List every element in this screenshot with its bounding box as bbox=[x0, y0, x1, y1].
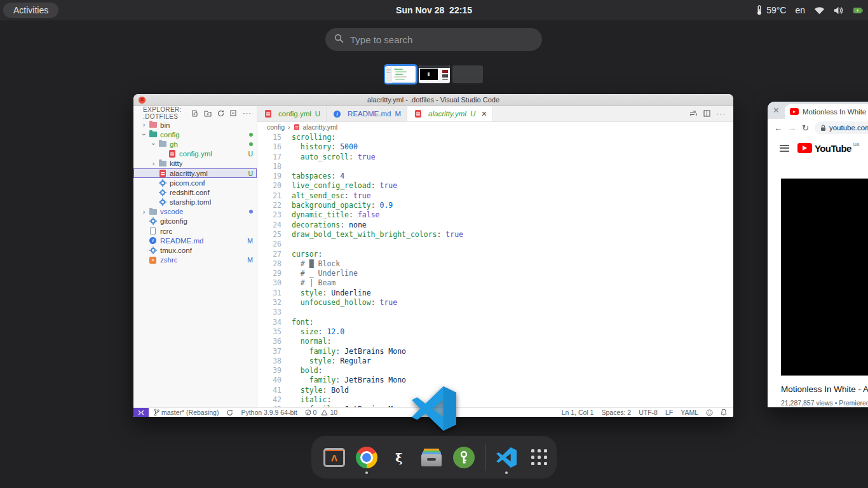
editor-tab[interactable]: config.ymlU bbox=[257, 106, 327, 121]
new-folder-icon[interactable] bbox=[204, 110, 212, 117]
shell-icon: > bbox=[148, 256, 158, 264]
tab-close-icon[interactable]: ✕ bbox=[481, 110, 487, 118]
clock[interactable]: Sun Nov 28 22:15 bbox=[396, 5, 472, 15]
youtube-logo[interactable]: YouTube UA bbox=[797, 143, 860, 154]
tree-item-label: gh bbox=[170, 140, 178, 148]
tree-item-label: redshift.conf bbox=[170, 189, 210, 196]
workspace-thumbnail-chrome[interactable] bbox=[419, 65, 450, 83]
back-icon[interactable]: ← bbox=[774, 123, 782, 133]
workspace-thumbnail-vscode[interactable] bbox=[385, 65, 416, 83]
split-editor-icon[interactable] bbox=[703, 110, 710, 118]
tree-item[interactable]: ›kitty bbox=[133, 159, 257, 168]
editor-area: config.ymlUiREADME.mdMalacritty.ymlU✕ ··… bbox=[257, 106, 733, 407]
tree-item[interactable]: ›>zshrcM bbox=[133, 255, 257, 265]
vscode-titlebar[interactable]: ✕ alacritty.yml - .dotfiles - Visual Stu… bbox=[133, 94, 733, 106]
temperature-value: 59°C bbox=[766, 5, 786, 15]
tree-item[interactable]: ›vscode bbox=[133, 207, 257, 217]
tree-item[interactable]: ›iREADME.mdM bbox=[133, 236, 257, 245]
tree-item-label: rcrc bbox=[160, 227, 172, 235]
git-status-dot bbox=[249, 210, 253, 214]
collapse-folders-icon[interactable] bbox=[230, 110, 237, 117]
dock-item-chrome[interactable] bbox=[355, 446, 378, 469]
line-number: 34 bbox=[257, 318, 281, 327]
vscode-app-icon[interactable] bbox=[412, 386, 456, 431]
tree-item[interactable]: ›rcrc bbox=[133, 226, 257, 236]
editor-tab[interactable]: iREADME.mdM bbox=[327, 106, 407, 121]
tree-item-label: README.md bbox=[160, 237, 203, 245]
forward-icon[interactable]: → bbox=[788, 123, 796, 133]
open-changes-icon[interactable] bbox=[689, 110, 697, 118]
keyboard-layout[interactable]: en bbox=[795, 5, 805, 15]
tree-item-label: bin bbox=[160, 121, 170, 129]
line-number: 41 bbox=[257, 386, 281, 395]
status-right-group: Ln 1, Col 1Spaces: 2UTF-8LFYAML bbox=[562, 409, 733, 416]
emacs-icon: ξ bbox=[388, 447, 410, 468]
dock-item-app-grid[interactable] bbox=[527, 446, 550, 469]
code-line: 17 auto_scroll: true bbox=[257, 152, 733, 162]
line-number: 16 bbox=[257, 142, 281, 152]
status-item[interactable]: LF bbox=[665, 409, 673, 416]
breadcrumb-folder[interactable]: config bbox=[267, 123, 285, 131]
git-branch-item[interactable]: master* (Rebasing) bbox=[154, 409, 219, 416]
chrome-toolbar: ← → ↻ youtube.com/wa bbox=[768, 119, 868, 137]
status-item[interactable]: YAML bbox=[681, 409, 698, 416]
dock-item-keepassxc[interactable] bbox=[452, 446, 475, 469]
top-bar: Activities Sun Nov 28 22:15 59°C en bbox=[0, 0, 868, 20]
chrome-window[interactable]: ✕ Motionless In White - / ← → ↻ youtube.… bbox=[768, 102, 868, 407]
remote-indicator[interactable] bbox=[133, 408, 149, 417]
battery-charging-icon[interactable] bbox=[853, 6, 863, 15]
breadcrumb-file[interactable]: alacritty.yml bbox=[303, 123, 338, 131]
tree-item[interactable]: ›starship.toml bbox=[133, 198, 257, 207]
tree-item[interactable]: ›redshift.conf bbox=[133, 187, 257, 197]
tree-item[interactable]: ›gh bbox=[133, 139, 257, 149]
tree-item[interactable]: ›picom.conf bbox=[133, 178, 257, 187]
status-item[interactable]: Spaces: 2 bbox=[601, 409, 631, 416]
tree-item[interactable]: ›config bbox=[133, 130, 257, 139]
line-number: 33 bbox=[257, 308, 281, 317]
sync-icon[interactable] bbox=[226, 409, 233, 416]
search-input[interactable]: Type to search bbox=[325, 28, 542, 51]
gear-icon bbox=[158, 198, 167, 207]
code-editor[interactable]: 15scrolling:16 history: 500017 auto_scro… bbox=[257, 132, 733, 407]
tab-close-icon[interactable]: ✕ bbox=[773, 105, 780, 115]
address-bar[interactable]: youtube.com/wa bbox=[815, 121, 868, 134]
more-editor-actions-icon[interactable]: ··· bbox=[717, 110, 726, 118]
status-item[interactable]: Ln 1, Col 1 bbox=[562, 409, 594, 416]
python-interpreter-item[interactable]: Python 3.9.9 64-bit bbox=[241, 409, 297, 416]
vscode-window[interactable]: ✕ alacritty.yml - .dotfiles - Visual Stu… bbox=[133, 94, 733, 417]
tree-item[interactable]: ›bin bbox=[133, 120, 257, 130]
chrome-active-tab[interactable]: Motionless In White - / bbox=[785, 104, 868, 119]
video-player[interactable] bbox=[781, 179, 868, 376]
dock-item-archive-manager[interactable] bbox=[420, 446, 443, 469]
volume-icon[interactable] bbox=[834, 6, 844, 15]
gear-icon bbox=[148, 247, 158, 255]
workspace-thumbnail-empty[interactable] bbox=[452, 65, 483, 83]
problems-item[interactable]: 0 10 bbox=[305, 409, 338, 416]
tree-item[interactable]: ›tmux.conf bbox=[133, 245, 257, 255]
line-number: 38 bbox=[257, 356, 281, 366]
search-icon bbox=[334, 34, 344, 46]
tree-item[interactable]: ›alacritty.ymlU bbox=[133, 168, 257, 178]
notifications-bell-icon[interactable] bbox=[721, 409, 727, 416]
reload-icon[interactable]: ↻ bbox=[802, 123, 809, 133]
tree-item-label: starship.toml bbox=[170, 198, 211, 206]
more-actions-icon[interactable]: ··· bbox=[243, 109, 252, 117]
dock-item-alacritty[interactable]: Λ bbox=[323, 446, 346, 469]
breadcrumb[interactable]: config › alacritty.yml bbox=[257, 122, 733, 132]
feedback-smiley-icon[interactable] bbox=[706, 409, 713, 416]
editor-tab[interactable]: alacritty.ymlU✕ bbox=[407, 106, 493, 121]
new-file-icon[interactable] bbox=[191, 110, 198, 117]
tree-item[interactable]: ›config.ymlU bbox=[133, 149, 257, 159]
menu-icon[interactable] bbox=[780, 145, 789, 152]
tab-label: README.md bbox=[348, 110, 391, 118]
refresh-icon[interactable] bbox=[217, 110, 224, 117]
code-line: 22background_opacity: 0.9 bbox=[257, 201, 733, 210]
status-item[interactable]: UTF-8 bbox=[639, 409, 658, 416]
dock-item-vscode[interactable] bbox=[495, 446, 518, 469]
tree-item[interactable]: ›gitconfig bbox=[133, 217, 257, 226]
close-window-button[interactable]: ✕ bbox=[139, 97, 146, 104]
activities-button[interactable]: Activities bbox=[3, 3, 58, 18]
wifi-icon[interactable] bbox=[814, 6, 825, 15]
dock-item-emacs[interactable]: ξ bbox=[388, 446, 410, 469]
git-status-badge: M bbox=[247, 256, 253, 264]
